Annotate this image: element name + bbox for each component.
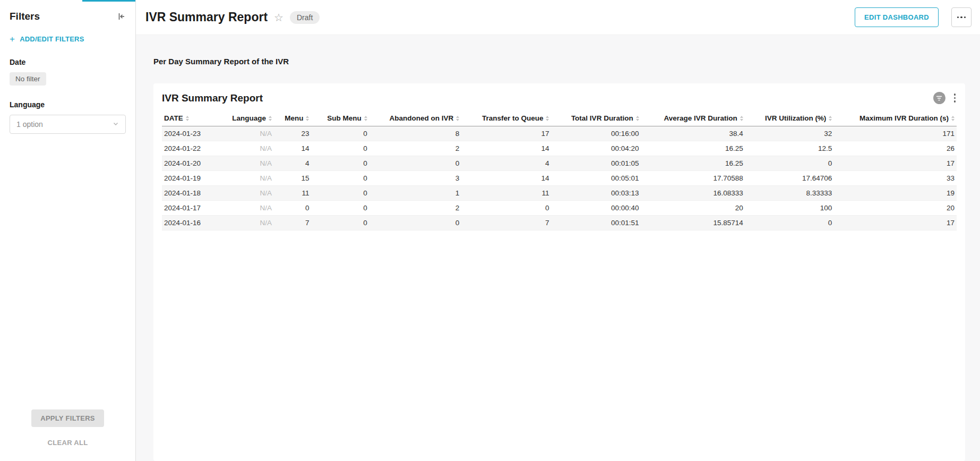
table-header-row: DATELanguageMenuSub MenuAbandoned on IVR… <box>162 112 957 126</box>
table-cell: N/A <box>222 171 274 186</box>
apply-filters-button[interactable]: APPLY FILTERS <box>31 409 104 427</box>
table-cell: 2024-01-23 <box>162 126 222 141</box>
sort-icon <box>829 116 832 121</box>
sidebar-footer: APPLY FILTERS CLEAR ALL <box>0 409 135 461</box>
sort-icon <box>306 116 309 121</box>
table-cell: 15.85714 <box>641 216 745 230</box>
table-cell: 17 <box>834 156 957 171</box>
chart-card: IVR Summary Report <box>153 83 965 461</box>
table-cell: N/A <box>222 216 274 230</box>
favorite-star-icon[interactable]: ☆ <box>274 12 283 23</box>
column-header[interactable]: IVR Utilization (%) <box>745 112 835 126</box>
more-options-button[interactable] <box>951 7 972 27</box>
table-cell: 26 <box>834 141 957 156</box>
table-cell: 0 <box>311 216 369 230</box>
table-row: 2024-01-18N/A11011100:03:1316.083338.333… <box>162 186 957 201</box>
add-edit-filters-label: ADD/EDIT FILTERS <box>20 35 84 43</box>
table-cell: 0 <box>369 216 462 230</box>
column-header-label: IVR Utilization (%) <box>765 114 827 122</box>
table-cell: 2024-01-17 <box>162 201 222 216</box>
table-cell: 00:16:00 <box>551 126 641 141</box>
table-cell: 8 <box>369 126 462 141</box>
language-select[interactable]: 1 option <box>10 115 126 134</box>
table-cell: 0 <box>461 201 551 216</box>
column-header[interactable]: Language <box>222 112 274 126</box>
table-cell: 11 <box>274 186 311 201</box>
date-filter-chip: No filter <box>10 72 46 86</box>
kebab-menu-icon[interactable] <box>953 92 957 104</box>
table-cell: 0 <box>745 156 835 171</box>
sort-icon <box>456 116 459 121</box>
dashboard-header: IVR Summary Report ☆ Draft EDIT DASHBOAR… <box>136 0 980 35</box>
edit-dashboard-button[interactable]: EDIT DASHBOARD <box>855 7 939 27</box>
table-cell: 38.4 <box>641 126 745 141</box>
sort-icon <box>951 116 955 121</box>
table-cell: 0 <box>274 201 311 216</box>
sidebar-tab-indicator <box>82 0 135 2</box>
table-cell: 2 <box>369 141 462 156</box>
collapse-sidebar-icon[interactable] <box>116 12 126 21</box>
table-row: 2024-01-19N/A15031400:05:0117.7058817.64… <box>162 171 957 186</box>
sidebar-header: Filters <box>0 0 135 22</box>
table-cell: 0 <box>311 201 369 216</box>
table-cell: 0 <box>745 216 835 230</box>
column-header-label: Transfer to Queue <box>482 114 544 122</box>
filter-sidebar: Filters + ADD/EDIT FILTERS Date No filte… <box>0 0 136 461</box>
chevron-down-icon <box>113 120 119 129</box>
column-header-label: Abandoned on IVR <box>390 114 454 122</box>
table-cell: 2024-01-18 <box>162 186 222 201</box>
table-cell: 0 <box>311 141 369 156</box>
table-cell: 20 <box>641 201 745 216</box>
table-cell: 2 <box>369 201 462 216</box>
table-cell: 3 <box>369 171 462 186</box>
add-edit-filters-button[interactable]: + ADD/EDIT FILTERS <box>10 35 126 43</box>
table-cell: 100 <box>745 201 835 216</box>
clear-all-button[interactable]: CLEAR ALL <box>45 438 91 447</box>
table-cell: 00:04:20 <box>551 141 641 156</box>
column-header[interactable]: Menu <box>274 112 311 126</box>
cross-filter-indicator-icon[interactable] <box>933 92 945 104</box>
column-header-label: Maximum IVR Duration (s) <box>859 114 949 122</box>
table-cell: 171 <box>834 126 957 141</box>
dashboard-content: Per Day Summary Report of the IVR IVR Su… <box>136 35 980 461</box>
table-cell: 12.5 <box>745 141 835 156</box>
column-header[interactable]: Total IVR Duration <box>551 112 641 126</box>
table-cell: 8.33333 <box>745 186 835 201</box>
table-cell: 33 <box>834 171 957 186</box>
table-cell: 23 <box>274 126 311 141</box>
table-cell: 17.70588 <box>641 171 745 186</box>
column-header[interactable]: DATE <box>162 112 222 126</box>
table-cell: 17 <box>834 216 957 230</box>
table-cell: 1 <box>369 186 462 201</box>
language-select-value: 1 option <box>16 120 43 129</box>
table-cell: 17 <box>461 126 551 141</box>
table-cell: 0 <box>311 186 369 201</box>
column-header-label: DATE <box>164 114 183 122</box>
column-header-label: Menu <box>285 114 303 122</box>
table-cell: 7 <box>461 216 551 230</box>
table-cell: 00:03:13 <box>551 186 641 201</box>
column-header[interactable]: Transfer to Queue <box>461 112 551 126</box>
filters-title: Filters <box>10 11 40 22</box>
column-header[interactable]: Abandoned on IVR <box>369 112 462 126</box>
table-cell: N/A <box>222 186 274 201</box>
column-header-label: Total IVR Duration <box>571 114 633 122</box>
table-cell: 16.08333 <box>641 186 745 201</box>
table-cell: 11 <box>461 186 551 201</box>
column-header[interactable]: Sub Menu <box>311 112 369 126</box>
chart-title: IVR Summary Report <box>162 92 263 104</box>
column-header-label: Average IVR Duration <box>664 114 737 122</box>
sort-icon <box>546 116 549 121</box>
table-row: 2024-01-17N/A002000:00:402010020 <box>162 201 957 216</box>
table-cell: 15 <box>274 171 311 186</box>
main-area: IVR Summary Report ☆ Draft EDIT DASHBOAR… <box>136 0 980 461</box>
table-cell: 00:01:51 <box>551 216 641 230</box>
column-header[interactable]: Average IVR Duration <box>641 112 745 126</box>
chart-card-header: IVR Summary Report <box>162 92 957 104</box>
table-cell: 32 <box>745 126 835 141</box>
column-header[interactable]: Maximum IVR Duration (s) <box>834 112 957 126</box>
column-header-label: Language <box>232 114 266 122</box>
chart-card-icons <box>933 92 957 104</box>
table-cell: 7 <box>274 216 311 230</box>
date-filter-group: Date No filter <box>10 58 126 86</box>
